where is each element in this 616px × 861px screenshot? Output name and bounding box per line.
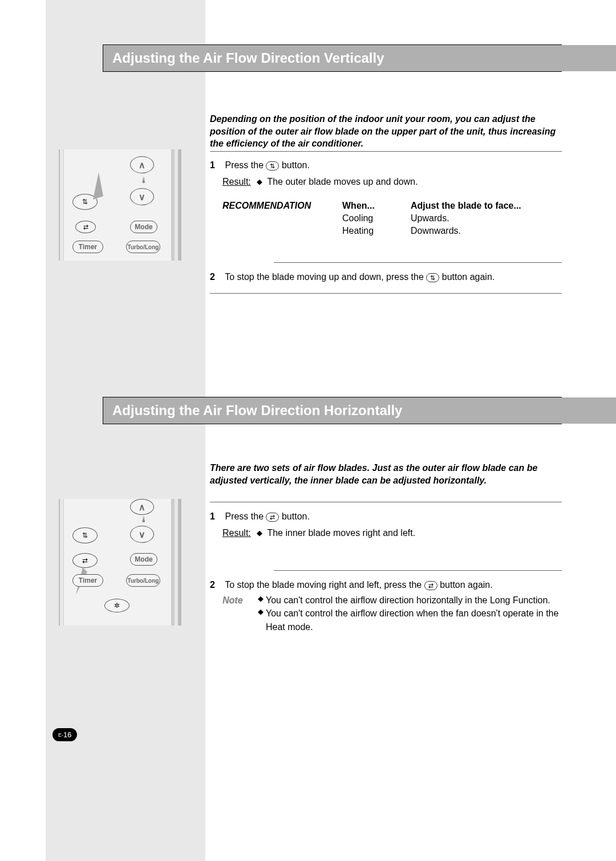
remote-swing-vertical-button: ⇅ [72,527,98,543]
swing-vertical-icon: ⇅ [82,198,88,206]
remote-diagram-horizontal: ∧ 🌡 ∨ ⇅ ⇄ Mode Timer Turbo/Long ✲ [59,499,181,626]
step-1-vertical: 1 Press the ⇅ button. Result: ◆ The oute… [210,159,562,188]
diamond-bullet-icon: ◆ [258,607,264,633]
divider [274,262,562,263]
remote-timer-button: Timer [72,241,103,253]
remote-up-button: ∧ [130,156,154,173]
intro-text-horizontal: There are two sets of air flow blades. J… [210,462,562,486]
note-item-0: You can't control the airflow direction … [266,594,562,607]
step-2-vertical: 2 To stop the blade moving up and down, … [210,270,562,283]
divider [210,293,562,294]
chevron-up-icon: ∧ [139,160,145,170]
swing-horizontal-icon: ⇄ [83,224,88,231]
recommendation-adjust-1: Downwards. [411,226,562,236]
remote-down-button: ∨ [130,526,154,543]
step-1-horizontal: 1 Press the ⇄ button. Result: ◆ The inne… [210,510,562,539]
remote-swing-horizontal-button: ⇄ [72,553,98,568]
remote-fan-button: ✲ [104,599,129,612]
remote-mode-button: Mode [130,553,157,566]
diamond-bullet-icon: ◆ [258,594,264,607]
swing-horizontal-icon: ⇄ [82,557,88,564]
remote-swing-horizontal-button: ⇄ [75,221,96,233]
chevron-down-icon: ∨ [139,529,145,540]
section-title-horizontal: Adjusting the Air Flow Direction Horizon… [112,403,402,419]
divider [210,151,562,152]
recommendation-head-when: When... [342,201,411,211]
remote-timer-button: Timer [72,574,103,587]
thermometer-icon: 🌡 [140,176,148,185]
section-title-bar-vertical: Adjusting the Air Flow Direction Vertica… [103,44,562,72]
swing-vertical-icon: ⇅ [82,531,88,539]
intro-text-vertical: Depending on the position of the indoor … [210,113,562,150]
recommendation-when-1: Heating [342,226,411,236]
diamond-bullet-icon: ◆ [257,528,262,539]
remote-up-button: ∧ [130,499,154,515]
remote-turbolong-button: Turbo/Long [126,241,160,253]
pointer-arrow-icon [93,172,116,201]
recommendation-head-adjust: Adjust the blade to face... [411,201,562,211]
section-title-vertical: Adjusting the Air Flow Direction Vertica… [112,50,384,66]
note-label: Note [222,594,254,607]
recommendation-when-0: Cooling [342,213,411,224]
recommendation-adjust-0: Upwards. [411,213,562,224]
swing-horizontal-icon: ⇄ [266,513,279,522]
swing-vertical-icon: ⇅ [266,161,279,170]
recommendation-label: RECOMMENDATION [222,201,342,211]
fan-icon: ✲ [114,602,120,610]
chevron-down-icon: ∨ [139,192,145,202]
thermometer-icon: 🌡 [140,515,148,524]
remote-down-button: ∨ [130,188,154,205]
note-item-1: You can't control the airflow direction … [266,607,562,633]
step-2-horizontal: 2 To stop the blade moving right and lef… [210,578,562,633]
divider [210,502,562,502]
divider [274,570,562,571]
svg-marker-0 [93,172,103,200]
diamond-bullet-icon: ◆ [257,177,262,188]
section-title-bar-horizontal: Adjusting the Air Flow Direction Horizon… [103,397,562,424]
swing-vertical-icon: ⇅ [426,273,439,282]
remote-diagram-vertical: ∧ ∨ 🌡 ⇅ ⇄ Mode Timer Turbo/Long [59,149,181,261]
recommendation-block: RECOMMENDATION When... Adjust the blade … [222,201,562,236]
swing-horizontal-icon: ⇄ [424,581,437,590]
chevron-up-icon: ∧ [139,502,145,513]
page-number-badge: E-16 [52,728,77,741]
remote-turbolong-button: Turbo/Long [126,574,160,587]
remote-mode-button: Mode [130,221,157,233]
